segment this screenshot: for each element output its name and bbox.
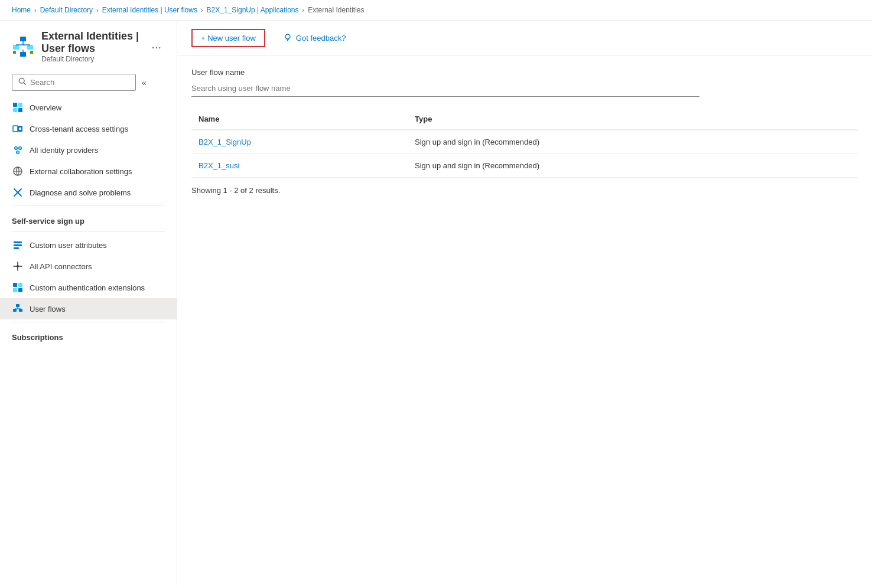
table-header-row: Name Type [191, 109, 858, 130]
search-icon [18, 77, 27, 87]
col-type: Type [408, 109, 858, 130]
sidebar-item-external-collab[interactable]: External collaboration settings [0, 161, 177, 182]
user-flow-link[interactable]: B2X_1_SignUp [199, 138, 251, 146]
table-header: Name Type [191, 109, 858, 130]
filter-input[interactable] [191, 80, 699, 97]
results-info: Showing 1 - 2 of 2 results. [191, 186, 858, 195]
search-box [12, 74, 136, 91]
sidebar-item-custom-auth-extensions[interactable]: Custom authentication extensions [0, 277, 177, 298]
table-cell-type: Sign up and sign in (Recommended) [408, 130, 858, 154]
svg-rect-39 [13, 288, 17, 292]
identity-providers-icon [12, 144, 24, 156]
svg-rect-43 [19, 309, 22, 312]
table-row: B2X_1_SignUpSign up and sign in (Recomme… [191, 130, 858, 154]
user-flows-label: User flows [30, 305, 66, 313]
external-collab-icon [12, 165, 24, 177]
feedback-label: Got feedback? [296, 34, 346, 43]
table-area: User flow name Name Type B2X_1_SignUpSig… [177, 56, 872, 207]
svg-rect-9 [30, 51, 33, 54]
sidebar-item-diagnose[interactable]: Diagnose and solve problems [0, 182, 177, 203]
svg-rect-2 [27, 45, 33, 50]
diagnose-label: Diagnose and solve problems [30, 188, 131, 197]
sidebar-item-all-api-connectors[interactable]: All API connectors [0, 256, 177, 277]
diagnose-icon [12, 187, 24, 198]
external-identities-icon [12, 35, 34, 58]
all-identity-providers-label: All identity providers [30, 146, 98, 155]
svg-rect-41 [16, 304, 19, 307]
sidebar-item-custom-user-attributes[interactable]: Custom user attributes [0, 234, 177, 256]
overview-label: Overview [30, 103, 61, 112]
svg-rect-16 [13, 126, 18, 132]
svg-point-24 [17, 151, 19, 153]
custom-user-attr-label: Custom user attributes [30, 241, 107, 250]
cross-tenant-label: Cross-tenant access settings [30, 125, 128, 133]
self-service-section-label: Self-service sign up [0, 208, 177, 229]
breadcrumb: Home › Default Directory › External Iden… [0, 0, 872, 21]
svg-rect-14 [13, 108, 17, 112]
search-input[interactable] [30, 78, 129, 87]
api-connectors-icon [12, 260, 24, 272]
svg-rect-12 [13, 103, 17, 107]
breadcrumb-b2x-applications[interactable]: B2X_1_SignUp | Applications [207, 6, 299, 14]
all-api-connectors-label: All API connectors [30, 262, 92, 271]
user-flow-link[interactable]: B2X_1_susi [199, 161, 239, 170]
search-container: « [0, 68, 177, 97]
filter-label: User flow name [191, 68, 858, 77]
nav-divider-3 [12, 322, 165, 322]
svg-rect-31 [14, 247, 19, 249]
custom-user-attr-icon [12, 239, 24, 251]
breadcrumb-default-directory[interactable]: Default Directory [40, 6, 93, 14]
svg-point-23 [19, 147, 21, 149]
breadcrumb-home[interactable]: Home [12, 6, 31, 14]
sidebar-item-overview[interactable]: Overview [0, 97, 177, 118]
col-name: Name [191, 109, 408, 130]
svg-rect-37 [13, 283, 17, 287]
feedback-icon [283, 32, 292, 44]
sidebar-title-group: External Identities | User flows Default… [41, 30, 141, 63]
external-collab-label: External collaboration settings [30, 167, 132, 176]
page-title: External Identities | User flows [41, 30, 141, 55]
cross-tenant-icon [12, 123, 24, 135]
table-row: B2X_1_susiSign up and sign in (Recommend… [191, 154, 858, 178]
toolbar: + New user flow Got feedback? [177, 21, 872, 56]
breadcrumb-external-identities-user-flows[interactable]: External Identities | User flows [102, 6, 197, 14]
svg-point-46 [285, 34, 290, 39]
page-subtitle: Default Directory [41, 55, 141, 63]
svg-rect-29 [14, 241, 22, 243]
custom-auth-label: Custom authentication extensions [30, 283, 145, 292]
svg-rect-38 [18, 283, 22, 287]
sidebar-item-cross-tenant[interactable]: Cross-tenant access settings [0, 118, 177, 139]
sidebar-item-all-identity-providers[interactable]: All identity providers [0, 139, 177, 161]
sidebar-item-user-flows[interactable]: User flows [0, 298, 177, 319]
svg-rect-8 [13, 51, 16, 54]
table-cell-type: Sign up and sign in (Recommended) [408, 154, 858, 178]
table-cell-name: B2X_1_SignUp [191, 130, 408, 154]
table-cell-name: B2X_1_susi [191, 154, 408, 178]
collapse-sidebar-button[interactable]: « [139, 76, 149, 90]
svg-rect-3 [20, 52, 26, 57]
custom-auth-icon [12, 282, 24, 293]
svg-rect-18 [19, 128, 21, 130]
new-user-flow-button[interactable]: + New user flow [191, 29, 265, 47]
svg-rect-1 [13, 45, 19, 50]
overview-icon [12, 102, 24, 113]
breadcrumb-current: External Identities [308, 6, 364, 14]
svg-rect-15 [18, 108, 22, 112]
svg-rect-13 [18, 103, 22, 107]
feedback-button[interactable]: Got feedback? [275, 29, 354, 47]
svg-point-22 [15, 147, 17, 149]
svg-rect-0 [20, 37, 26, 41]
table-body: B2X_1_SignUpSign up and sign in (Recomme… [191, 130, 858, 178]
sidebar: External Identities | User flows Default… [0, 21, 177, 585]
nav-divider-2 [12, 231, 165, 232]
more-options-button[interactable]: ··· [148, 41, 165, 53]
main-content: + New user flow Got feedback? User flow … [177, 21, 872, 585]
sidebar-header: External Identities | User flows Default… [0, 21, 177, 68]
data-table: Name Type B2X_1_SignUpSign up and sign i… [191, 109, 858, 178]
user-flows-icon [12, 303, 24, 315]
nav-divider-1 [12, 205, 165, 206]
svg-rect-42 [13, 309, 17, 312]
svg-line-11 [24, 83, 25, 84]
svg-rect-30 [14, 244, 22, 246]
subscriptions-section-label: Subscriptions [0, 325, 177, 345]
